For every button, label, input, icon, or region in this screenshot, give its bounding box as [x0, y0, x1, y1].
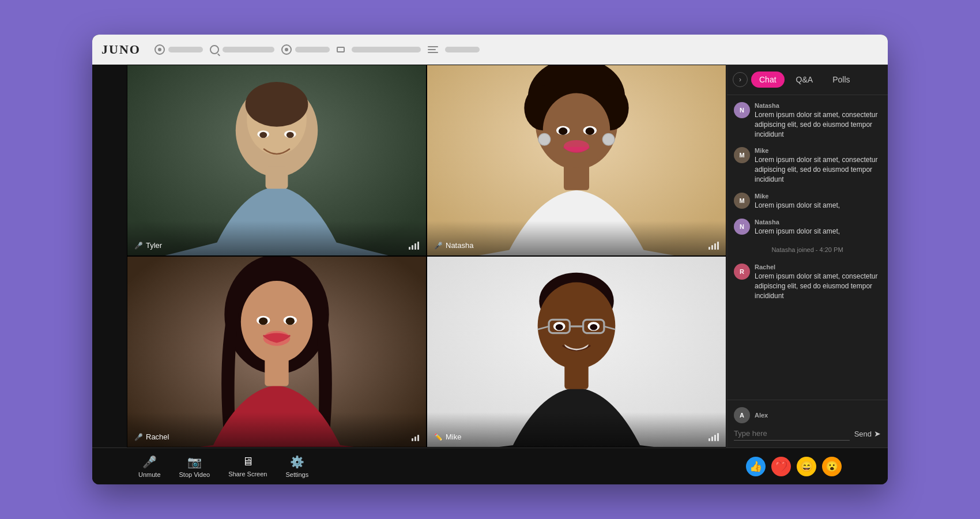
video-overlay-rachel [127, 412, 426, 447]
menu-icon[interactable] [428, 46, 438, 53]
msg-content-2: Mike Lorem ipsum dolor sit amet, consect… [755, 147, 881, 184]
video-overlay-mike [427, 412, 726, 447]
participant-name-rachel: Rachel [146, 432, 169, 441]
chat-tabs: › Chat Q&A Polls [727, 65, 888, 95]
svg-point-3 [246, 82, 308, 127]
signal-bars-rachel [412, 435, 419, 441]
input-sender-label: Alex [755, 412, 768, 419]
stop-video-button[interactable]: 📷 Stop Video [179, 455, 210, 478]
tab-polls[interactable]: Polls [824, 72, 858, 88]
main-content: 🎤 Tyler [92, 65, 888, 447]
msg-text-1: Lorem ipsum dolor sit amet, consectetur … [755, 110, 881, 139]
unmute-button[interactable]: 🎤 Unmute [138, 455, 161, 478]
screen-icon [337, 47, 345, 52]
tb-item-2[interactable] [210, 45, 274, 54]
svg-rect-26 [265, 358, 288, 386]
svg-point-29 [259, 317, 268, 325]
svg-point-15 [543, 93, 610, 168]
reaction-like-button[interactable]: 👍 [746, 457, 766, 476]
msg-text-3: Lorem ipsum dolor sit amet, [755, 201, 881, 210]
svg-point-8 [287, 132, 294, 138]
tb-item-4[interactable] [337, 47, 345, 52]
video-label-rachel: 🎤 Rachel [134, 432, 169, 441]
collapse-button[interactable]: › [733, 72, 748, 87]
bar-3 [714, 435, 716, 441]
radio-icon-1 [154, 44, 165, 55]
signal-bars-mike [708, 433, 719, 441]
tab-chat[interactable]: Chat [751, 72, 785, 88]
bar-2 [412, 245, 413, 250]
svg-point-21 [586, 127, 595, 135]
bar-1 [409, 247, 410, 250]
avatar-natasha-1: N [734, 102, 750, 118]
avatar-mike-2: M [734, 193, 750, 209]
video-label-mike: ✏️ Mike [434, 432, 461, 441]
message-natasha-2: N Natasha Lorem ipsum dolor sit amet, [734, 219, 881, 236]
settings-label: Settings [285, 471, 308, 478]
menu-line-1 [428, 46, 438, 47]
stop-video-icon: 📷 [187, 455, 202, 469]
menu-line-3 [428, 52, 438, 53]
msg-text-2: Lorem ipsum dolor sit amet, consectetur … [755, 155, 881, 184]
chat-input-field[interactable] [734, 427, 850, 441]
avatar-natasha-2: N [734, 219, 750, 235]
bar-2 [711, 245, 713, 250]
video-cell-tyler: 🎤 Tyler [127, 65, 427, 256]
settings-button[interactable]: ⚙️ Settings [285, 455, 308, 478]
svg-point-20 [559, 127, 568, 135]
message-natasha-1: N Natasha Lorem ipsum dolor sit amet, co… [734, 102, 881, 139]
mic-icon-tyler: 🎤 [134, 242, 143, 250]
video-cell-natasha: 🎤 Natasha [427, 65, 726, 256]
svg-point-7 [259, 132, 267, 138]
participant-name-tyler: Tyler [146, 241, 162, 250]
message-mike-2: M Mike Lorem ipsum dolor sit amet, [734, 193, 881, 210]
svg-rect-4 [266, 166, 288, 189]
svg-point-16 [538, 133, 551, 145]
share-screen-label: Share Screen [228, 471, 267, 477]
app-logo: JUNO [101, 42, 141, 57]
reaction-wow-button[interactable]: 😮 [822, 457, 842, 476]
svg-point-17 [602, 133, 615, 145]
video-cell-rachel: 🎤 Rachel [127, 256, 427, 447]
tab-qa[interactable]: Q&A [788, 72, 821, 88]
bar-3 [414, 243, 416, 250]
unmute-label: Unmute [138, 471, 161, 478]
signal-bars-tyler [409, 242, 419, 250]
share-screen-button[interactable]: 🖥 Share Screen [228, 455, 267, 477]
bar-3 [714, 243, 716, 250]
send-button[interactable]: Send ➤ [854, 429, 881, 438]
message-rachel-1: R Rachel Lorem ipsum dolor sit amet, con… [734, 264, 881, 300]
radio-icon-2 [281, 44, 292, 55]
msg-content-5: Rachel Lorem ipsum dolor sit amet, conse… [755, 264, 881, 300]
app-window: JUNO [92, 35, 888, 484]
bar-2 [711, 437, 713, 441]
bar-4 [417, 242, 419, 250]
tb-pill-3 [295, 47, 330, 52]
message-mike-1: M Mike Lorem ipsum dolor sit amet, conse… [734, 147, 881, 184]
video-overlay-tyler [127, 221, 426, 255]
msg-content-1: Natasha Lorem ipsum dolor sit amet, cons… [755, 102, 881, 139]
reaction-love-button[interactable]: ❤️ [771, 457, 791, 476]
msg-sender-1: Natasha [755, 102, 881, 109]
svg-point-30 [286, 317, 295, 325]
bar-1 [412, 438, 413, 441]
video-cell-mike: ✏️ Mike [427, 256, 726, 447]
menu-line-2 [428, 49, 436, 50]
video-label-tyler: 🎤 Tyler [134, 241, 162, 250]
svg-rect-14 [564, 164, 589, 190]
participant-name-natasha: Natasha [446, 241, 473, 250]
tb-item-1[interactable] [154, 44, 203, 55]
reaction-haha-button[interactable]: 😄 [797, 457, 816, 476]
bar-1 [708, 247, 710, 250]
msg-sender-5: Rachel [755, 264, 881, 270]
send-icon: ➤ [874, 429, 881, 438]
tb-item-3[interactable] [281, 44, 330, 55]
stop-video-label: Stop Video [179, 471, 210, 478]
top-bar: JUNO [92, 35, 888, 65]
svg-point-43 [556, 324, 563, 330]
bar-2 [414, 437, 416, 441]
participant-name-mike: Mike [446, 432, 461, 441]
video-label-natasha: 🎤 Natasha [434, 241, 473, 250]
unmute-icon: 🎤 [142, 455, 157, 469]
top-bar-controls [154, 44, 879, 55]
